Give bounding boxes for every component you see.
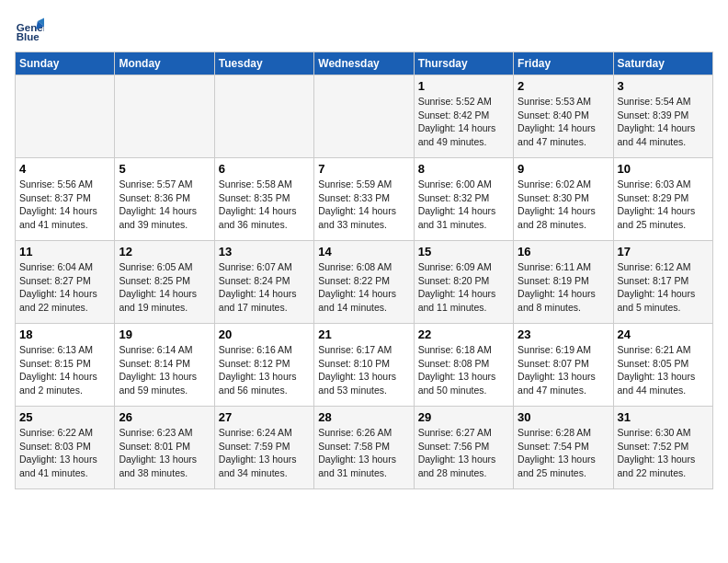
day-number: 23 xyxy=(518,327,609,341)
day-number: 22 xyxy=(418,327,509,341)
calendar-cell-2-4: 7Sunrise: 5:59 AMSunset: 8:33 PMDaylight… xyxy=(314,158,414,241)
day-info: Sunrise: 6:14 AMSunset: 8:14 PMDaylight:… xyxy=(119,343,210,397)
calendar-cell-3-4: 14Sunrise: 6:08 AMSunset: 8:22 PMDayligh… xyxy=(314,241,414,324)
day-info: Sunrise: 6:16 AMSunset: 8:12 PMDaylight:… xyxy=(219,343,310,397)
day-number: 20 xyxy=(219,327,310,341)
day-number: 3 xyxy=(618,79,709,93)
calendar-cell-2-5: 8Sunrise: 6:00 AMSunset: 8:32 PMDaylight… xyxy=(414,158,513,241)
day-number: 11 xyxy=(19,245,110,259)
calendar-cell-3-3: 13Sunrise: 6:07 AMSunset: 8:24 PMDayligh… xyxy=(214,241,313,324)
day-info: Sunrise: 6:08 AMSunset: 8:22 PMDaylight:… xyxy=(318,260,409,315)
calendar-cell-5-3: 27Sunrise: 6:24 AMSunset: 7:59 PMDayligh… xyxy=(214,407,313,489)
weekday-header-wednesday: Wednesday xyxy=(314,52,414,75)
day-number: 28 xyxy=(318,410,409,424)
day-info: Sunrise: 6:30 AMSunset: 7:52 PMDaylight:… xyxy=(618,426,709,480)
day-info: Sunrise: 6:28 AMSunset: 7:54 PMDaylight:… xyxy=(518,426,609,480)
calendar-cell-2-7: 10Sunrise: 6:03 AMSunset: 8:29 PMDayligh… xyxy=(613,158,712,241)
day-number: 13 xyxy=(219,245,310,259)
day-info: Sunrise: 6:05 AMSunset: 8:25 PMDaylight:… xyxy=(119,260,210,315)
day-number: 21 xyxy=(318,327,409,341)
day-info: Sunrise: 5:57 AMSunset: 8:36 PMDaylight:… xyxy=(119,178,210,232)
calendar-cell-3-7: 17Sunrise: 6:12 AMSunset: 8:17 PMDayligh… xyxy=(613,241,712,324)
day-info: Sunrise: 5:59 AMSunset: 8:33 PMDaylight:… xyxy=(318,178,409,232)
calendar-cell-5-6: 30Sunrise: 6:28 AMSunset: 7:54 PMDayligh… xyxy=(514,407,613,489)
day-info: Sunrise: 6:12 AMSunset: 8:17 PMDaylight:… xyxy=(618,260,709,315)
day-info: Sunrise: 6:21 AMSunset: 8:05 PMDaylight:… xyxy=(618,343,709,397)
day-info: Sunrise: 6:19 AMSunset: 8:07 PMDaylight:… xyxy=(518,343,609,397)
day-info: Sunrise: 6:09 AMSunset: 8:20 PMDaylight:… xyxy=(418,260,509,315)
day-info: Sunrise: 6:23 AMSunset: 8:01 PMDaylight:… xyxy=(119,426,210,480)
day-info: Sunrise: 6:17 AMSunset: 8:10 PMDaylight:… xyxy=(318,343,409,397)
calendar-cell-2-1: 4Sunrise: 5:56 AMSunset: 8:37 PMDaylight… xyxy=(16,158,115,241)
calendar-cell-1-6: 2Sunrise: 5:53 AMSunset: 8:40 PMDaylight… xyxy=(514,75,613,158)
weekday-header-saturday: Saturday xyxy=(613,52,712,75)
day-info: Sunrise: 6:13 AMSunset: 8:15 PMDaylight:… xyxy=(19,343,110,397)
calendar-cell-4-2: 19Sunrise: 6:14 AMSunset: 8:14 PMDayligh… xyxy=(115,324,214,407)
day-number: 12 xyxy=(119,245,210,259)
calendar-week-row-5: 25Sunrise: 6:22 AMSunset: 8:03 PMDayligh… xyxy=(16,407,713,489)
day-number: 9 xyxy=(518,162,609,176)
day-info: Sunrise: 5:54 AMSunset: 8:39 PMDaylight:… xyxy=(618,95,709,149)
calendar-cell-5-4: 28Sunrise: 6:26 AMSunset: 7:58 PMDayligh… xyxy=(314,407,414,489)
day-info: Sunrise: 6:04 AMSunset: 8:27 PMDaylight:… xyxy=(19,260,110,315)
logo-icon: General Blue xyxy=(15,15,44,44)
logo: General Blue xyxy=(15,15,48,44)
svg-text:Blue: Blue xyxy=(17,31,40,42)
calendar-cell-1-4 xyxy=(314,75,414,158)
calendar-cell-1-5: 1Sunrise: 5:52 AMSunset: 8:42 PMDaylight… xyxy=(414,75,513,158)
day-info: Sunrise: 6:00 AMSunset: 8:32 PMDaylight:… xyxy=(418,178,509,232)
calendar-cell-2-3: 6Sunrise: 5:58 AMSunset: 8:35 PMDaylight… xyxy=(214,158,313,241)
day-number: 27 xyxy=(219,410,310,424)
day-number: 18 xyxy=(19,327,110,341)
day-number: 6 xyxy=(219,162,310,176)
day-info: Sunrise: 6:02 AMSunset: 8:30 PMDaylight:… xyxy=(518,178,609,232)
weekday-header-sunday: Sunday xyxy=(16,52,115,75)
day-number: 8 xyxy=(418,162,509,176)
day-info: Sunrise: 6:18 AMSunset: 8:08 PMDaylight:… xyxy=(418,343,509,397)
calendar-cell-4-4: 21Sunrise: 6:17 AMSunset: 8:10 PMDayligh… xyxy=(314,324,414,407)
weekday-header-monday: Monday xyxy=(115,52,214,75)
calendar-cell-5-5: 29Sunrise: 6:27 AMSunset: 7:56 PMDayligh… xyxy=(414,407,513,489)
day-number: 25 xyxy=(19,410,110,424)
day-info: Sunrise: 5:53 AMSunset: 8:40 PMDaylight:… xyxy=(518,95,609,149)
calendar-cell-3-1: 11Sunrise: 6:04 AMSunset: 8:27 PMDayligh… xyxy=(16,241,115,324)
calendar-week-row-2: 4Sunrise: 5:56 AMSunset: 8:37 PMDaylight… xyxy=(16,158,713,241)
weekday-header-tuesday: Tuesday xyxy=(214,52,313,75)
calendar-cell-3-6: 16Sunrise: 6:11 AMSunset: 8:19 PMDayligh… xyxy=(514,241,613,324)
day-info: Sunrise: 6:03 AMSunset: 8:29 PMDaylight:… xyxy=(618,178,709,232)
day-number: 24 xyxy=(618,327,709,341)
day-number: 4 xyxy=(19,162,110,176)
page-header: General Blue xyxy=(15,15,713,44)
day-info: Sunrise: 6:24 AMSunset: 7:59 PMDaylight:… xyxy=(219,426,310,480)
day-info: Sunrise: 6:26 AMSunset: 7:58 PMDaylight:… xyxy=(318,426,409,480)
calendar-cell-2-6: 9Sunrise: 6:02 AMSunset: 8:30 PMDaylight… xyxy=(514,158,613,241)
day-number: 10 xyxy=(618,162,709,176)
day-number: 14 xyxy=(318,245,409,259)
day-info: Sunrise: 6:22 AMSunset: 8:03 PMDaylight:… xyxy=(19,426,110,480)
day-number: 16 xyxy=(518,245,609,259)
day-number: 30 xyxy=(518,410,609,424)
day-number: 31 xyxy=(618,410,709,424)
day-number: 17 xyxy=(618,245,709,259)
calendar-cell-1-1 xyxy=(16,75,115,158)
day-info: Sunrise: 6:07 AMSunset: 8:24 PMDaylight:… xyxy=(219,260,310,315)
calendar-table: SundayMondayTuesdayWednesdayThursdayFrid… xyxy=(15,52,713,489)
calendar-cell-2-2: 5Sunrise: 5:57 AMSunset: 8:36 PMDaylight… xyxy=(115,158,214,241)
calendar-cell-3-5: 15Sunrise: 6:09 AMSunset: 8:20 PMDayligh… xyxy=(414,241,513,324)
day-number: 29 xyxy=(418,410,509,424)
calendar-cell-5-1: 25Sunrise: 6:22 AMSunset: 8:03 PMDayligh… xyxy=(16,407,115,489)
calendar-cell-4-1: 18Sunrise: 6:13 AMSunset: 8:15 PMDayligh… xyxy=(16,324,115,407)
day-number: 1 xyxy=(418,79,509,93)
day-info: Sunrise: 6:27 AMSunset: 7:56 PMDaylight:… xyxy=(418,426,509,480)
calendar-cell-1-7: 3Sunrise: 5:54 AMSunset: 8:39 PMDaylight… xyxy=(613,75,712,158)
calendar-week-row-3: 11Sunrise: 6:04 AMSunset: 8:27 PMDayligh… xyxy=(16,241,713,324)
calendar-cell-1-2 xyxy=(115,75,214,158)
calendar-cell-5-7: 31Sunrise: 6:30 AMSunset: 7:52 PMDayligh… xyxy=(613,407,712,489)
day-info: Sunrise: 5:52 AMSunset: 8:42 PMDaylight:… xyxy=(418,95,509,149)
calendar-cell-3-2: 12Sunrise: 6:05 AMSunset: 8:25 PMDayligh… xyxy=(115,241,214,324)
calendar-cell-1-3 xyxy=(214,75,313,158)
weekday-header-thursday: Thursday xyxy=(414,52,513,75)
calendar-cell-4-5: 22Sunrise: 6:18 AMSunset: 8:08 PMDayligh… xyxy=(414,324,513,407)
weekday-header-row: SundayMondayTuesdayWednesdayThursdayFrid… xyxy=(16,52,713,75)
day-number: 2 xyxy=(518,79,609,93)
